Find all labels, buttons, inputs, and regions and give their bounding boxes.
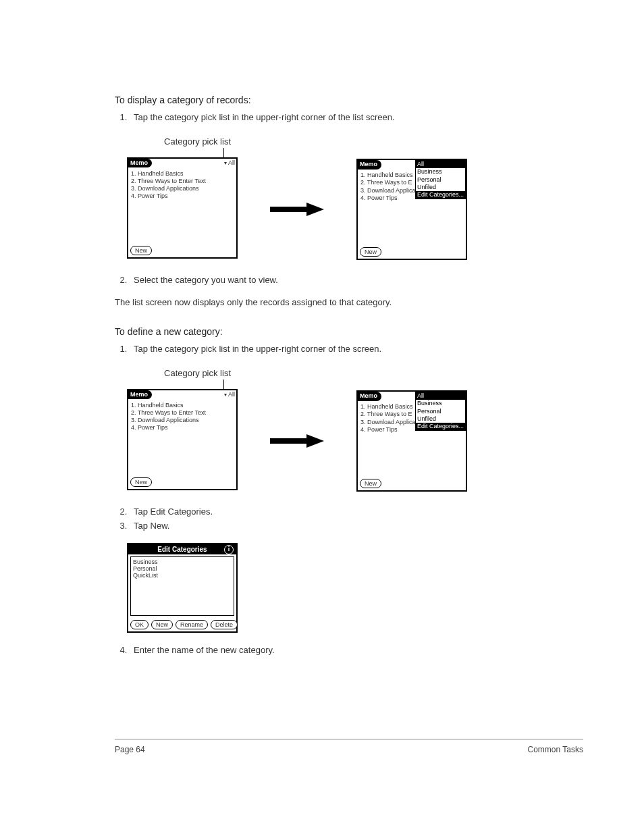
category-dropdown[interactable]: All Business Personal Unfiled Edit Categ… [415,392,466,431]
app-title: Memo [128,390,152,399]
svg-rect-2 [270,438,306,444]
callout-label: Category pick list [164,136,231,147]
callout: Category pick list [127,368,235,389]
svg-marker-3 [306,434,324,448]
list-item[interactable]: 2. Three Ways to Enter Text [131,178,234,185]
chevron-down-icon: ▾ [224,160,227,167]
list-item[interactable]: Business [133,558,232,565]
list-item[interactable]: 3. Download Applications [131,185,234,192]
app-title: Memo [358,392,381,400]
callout-label: Category pick list [164,368,231,378]
category-dropdown[interactable]: All Business Personal Unfiled Edit Categ… [415,160,466,199]
dropdown-option[interactable]: Business [416,400,465,407]
dropdown-option[interactable]: All [416,392,465,400]
page-footer: Page 64 Common Tasks [115,739,583,754]
dropdown-option-edit[interactable]: Edit Categories... [416,191,465,199]
svg-marker-1 [306,203,324,216]
list-item[interactable]: 1. Handheld Basics [131,402,234,409]
title-bar: Memo ▾ All [128,159,236,168]
new-button[interactable]: New [360,247,381,257]
step-item: Tap New. [130,521,583,531]
dropdown-option[interactable]: Personal [416,408,465,415]
dialog-title: Edit Categories [157,546,207,553]
bottom-bar: New [358,245,466,259]
bottom-bar: New [128,475,236,489]
step-list: Tap the category pick list in the upper-… [115,344,583,354]
memo-list: 1. Handheld Basics 2. Three Ways to Ente… [128,168,236,244]
document-page: To display a category of records: Tap th… [0,0,644,834]
bottom-bar: New [358,477,466,490]
list-item[interactable]: 1. Handheld Basics [131,170,234,178]
arrow-icon [270,434,324,448]
dropdown-option[interactable]: Unfiled [416,184,465,191]
category-listbox[interactable]: Business Personal QuickList [130,556,234,616]
dialog-actions: OK New Rename Delete [128,618,236,631]
svg-rect-0 [270,207,306,212]
section-label: Common Tasks [528,745,583,754]
category-picklist[interactable]: ▾ All [224,159,236,167]
step-item: Tap Edit Categories. [130,506,583,517]
arrow [270,160,324,259]
list-item[interactable]: 4. Power Tips [131,424,234,432]
step-item: Tap the category pick list in the upper-… [130,112,583,122]
page-number: Page 64 [115,745,145,754]
list-item[interactable]: QuickList [133,572,232,579]
dropdown-option-edit[interactable]: Edit Categories... [416,423,465,430]
section-heading: To define a new category: [115,326,583,337]
category-label: All [228,159,235,167]
bottom-bar: New [128,244,236,257]
rename-button[interactable]: Rename [176,620,208,629]
figure-left: Category pick list Memo ▾ All 1. Handhel… [127,136,238,259]
palm-screen-memo-open: Memo 1. Handheld Basics 2. Three Ways to… [356,390,467,492]
dropdown-option[interactable]: Personal [416,176,465,184]
figure-right: Memo 1. Handheld Basics 2. Three Ways to… [356,159,467,260]
palm-screen-memo-open: Memo 1. Handheld Basics 2. Three Ways to… [356,159,467,260]
callout: Category pick list [127,136,235,157]
step-list: Tap Edit Categories. Tap New. [115,506,583,531]
step-list: Select the category you want to view. [115,275,583,285]
list-item[interactable]: Personal [133,565,232,572]
step-item: Tap the category pick list in the upper-… [130,344,583,354]
chevron-down-icon: ▾ [224,392,227,398]
step-list: Tap the category pick list in the upper-… [115,112,583,122]
dropdown-option[interactable]: Unfiled [416,415,465,423]
new-button[interactable]: New [151,620,173,629]
list-item[interactable]: 4. Power Tips [131,192,234,200]
section-heading: To display a category of records: [115,95,583,105]
app-title: Memo [358,160,381,169]
title-bar: Memo ▾ All [128,390,236,400]
palm-screen-memo-closed: Memo ▾ All 1. Handheld Basics 2. Three W… [127,389,238,490]
new-button[interactable]: New [360,479,381,488]
dropdown-option[interactable]: All [416,161,465,168]
arrow [270,392,324,490]
info-icon[interactable]: i [224,545,234,554]
step-item: Enter the name of the new category. [130,645,583,655]
step-list: Enter the name of the new category. [115,645,583,655]
delete-button[interactable]: Delete [211,620,238,629]
list-item[interactable]: 3. Download Applications [131,417,234,424]
new-button[interactable]: New [130,477,152,487]
memo-list: 1. Handheld Basics 2. Three Ways to Ente… [128,400,236,475]
edit-categories-dialog: Edit Categories i Business Personal Quic… [127,543,238,633]
figure-row: Category pick list Memo ▾ All 1. Handhel… [127,134,583,260]
body-paragraph: The list screen now displays only the re… [115,297,583,307]
category-label: All [228,391,235,398]
app-title: Memo [128,159,152,167]
step-item: Select the category you want to view. [130,275,583,285]
ok-button[interactable]: OK [130,620,149,629]
figure-row: Category pick list Memo ▾ All 1. Handhel… [127,366,583,492]
list-item[interactable]: 2. Three Ways to Enter Text [131,409,234,417]
dropdown-option[interactable]: Business [416,168,465,176]
arrow-icon [270,203,324,216]
figure-left: Category pick list Memo ▾ All 1. Handhel… [127,368,238,490]
figure-right: Memo 1. Handheld Basics 2. Three Ways to… [356,390,467,492]
palm-screen-memo-closed: Memo ▾ All 1. Handheld Basics 2. Three W… [127,157,238,259]
dialog-title-bar: Edit Categories i [128,544,236,554]
category-picklist[interactable]: ▾ All [224,391,236,398]
new-button[interactable]: New [130,246,152,255]
